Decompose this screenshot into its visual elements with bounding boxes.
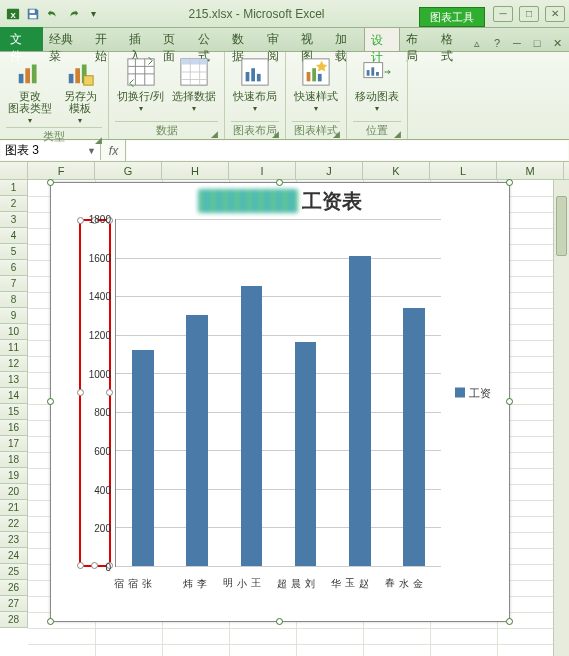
column-header[interactable]: I [229,162,296,179]
select-all-corner[interactable] [0,162,28,179]
minimize-button[interactable]: ─ [493,6,513,22]
fx-icon[interactable]: fx [102,140,126,161]
bar[interactable] [295,342,317,566]
resize-handle[interactable] [276,618,283,625]
switch-rowcol-button[interactable]: 切换行/列▾ [115,54,166,115]
change-chart-button[interactable]: 更改 图表类型▾ [6,54,54,127]
row-header[interactable]: 23 [0,532,28,548]
embedded-chart[interactable]: 工资表 020040060080010001200140016001800 工资… [50,182,510,622]
tab-设计[interactable]: 设计 [364,27,400,51]
tab-公式[interactable]: 公式 [192,27,226,51]
row-header[interactable]: 11 [0,340,28,356]
resize-handle[interactable] [276,179,283,186]
column-header[interactable]: H [162,162,229,179]
column-header[interactable]: L [430,162,497,179]
row-header[interactable]: 18 [0,452,28,468]
formula-input[interactable] [127,141,568,160]
row-header[interactable]: 19 [0,468,28,484]
bar[interactable] [241,286,263,566]
ribbon-minimize-icon[interactable]: ▵ [469,35,485,51]
mdi-restore-icon[interactable]: □ [529,35,545,51]
row-header[interactable]: 28 [0,612,28,628]
dialog-launcher-icon[interactable]: ◢ [211,129,218,139]
resize-handle[interactable] [47,618,54,625]
bar[interactable] [186,315,208,566]
row-header[interactable]: 21 [0,500,28,516]
row-header[interactable]: 9 [0,308,28,324]
row-header[interactable]: 12 [0,356,28,372]
maximize-button[interactable]: □ [519,6,539,22]
tab-开始[interactable]: 开始 [89,27,123,51]
mdi-minimize-icon[interactable]: ─ [509,35,525,51]
column-header[interactable]: M [497,162,564,179]
row-header[interactable]: 4 [0,228,28,244]
plot-area[interactable]: 020040060080010001200140016001800 工资 张宿宿… [59,219,501,613]
row-header[interactable]: 2 [0,196,28,212]
redo-icon[interactable] [64,5,82,23]
row-header[interactable]: 16 [0,420,28,436]
row-header[interactable]: 25 [0,564,28,580]
column-header[interactable]: K [363,162,430,179]
tab-布局[interactable]: 布局 [400,27,434,51]
resize-handle[interactable] [47,179,54,186]
dialog-launcher-icon[interactable]: ◢ [394,129,401,139]
row-header[interactable]: 26 [0,580,28,596]
scrollbar-thumb[interactable] [556,196,567,256]
select-data-button[interactable]: 选择数据▾ [170,54,218,115]
tab-file[interactable]: 文件 [0,27,43,51]
plot-inner[interactable]: 工资 张宿宿李炜王小明刘晨超赵玉华金水春 [115,219,441,567]
dialog-launcher-icon[interactable]: ◢ [333,129,340,139]
name-box-input[interactable] [5,144,75,158]
quick-style-button[interactable]: 快速样式▾ [292,54,340,115]
row-header[interactable]: 6 [0,260,28,276]
dialog-launcher-icon[interactable]: ◢ [95,135,102,145]
resize-handle[interactable] [506,618,513,625]
row-header[interactable]: 1 [0,180,28,196]
row-header[interactable]: 20 [0,484,28,500]
qat-dropdown-icon[interactable]: ▾ [84,5,102,23]
undo-icon[interactable] [44,5,62,23]
bar[interactable] [403,308,425,566]
quick-layout-button[interactable]: 快速布局▾ [231,54,279,115]
legend[interactable]: 工资 [455,385,491,400]
row-header[interactable]: 5 [0,244,28,260]
tab-经典菜[interactable]: 经典菜 [43,27,89,51]
help-icon[interactable]: ? [489,35,505,51]
row-header[interactable]: 15 [0,404,28,420]
row-header[interactable]: 8 [0,292,28,308]
tab-插入[interactable]: 插入 [123,27,157,51]
column-header[interactable]: F [28,162,95,179]
row-header[interactable]: 24 [0,548,28,564]
row-header[interactable]: 17 [0,436,28,452]
tab-审阅[interactable]: 审阅 [261,27,295,51]
move-chart-button[interactable]: 移动图表▾ [353,54,401,115]
tab-页面[interactable]: 页面 [157,27,191,51]
tab-视图[interactable]: 视图 [295,27,329,51]
row-header[interactable]: 3 [0,212,28,228]
row-header[interactable]: 14 [0,388,28,404]
resize-handle[interactable] [506,179,513,186]
excel-icon[interactable]: X [4,5,22,23]
tab-加载[interactable]: 加载 [329,27,363,51]
row-header[interactable]: 10 [0,324,28,340]
tab-数据[interactable]: 数据 [226,27,260,51]
close-button[interactable]: ✕ [545,6,565,22]
row-header[interactable]: 27 [0,596,28,612]
tab-格式[interactable]: 格式 [435,27,469,51]
mdi-close-icon[interactable]: ✕ [549,35,565,51]
y-axis[interactable]: 020040060080010001200140016001800 [79,219,115,567]
resize-handle[interactable] [506,398,513,405]
resize-handle[interactable] [47,398,54,405]
bar[interactable] [349,256,371,566]
bar[interactable] [132,350,154,566]
column-header[interactable]: J [296,162,363,179]
chart-title-area[interactable]: 工资表 [51,183,509,219]
column-header[interactable]: G [95,162,162,179]
vertical-scrollbar[interactable] [553,180,569,656]
name-box-dropdown-icon[interactable]: ▼ [87,146,96,156]
dialog-launcher-icon[interactable]: ◢ [272,129,279,139]
row-header[interactable]: 13 [0,372,28,388]
chart-title[interactable]: 工资表 [302,188,362,215]
save-icon[interactable] [24,5,42,23]
row-header[interactable]: 22 [0,516,28,532]
